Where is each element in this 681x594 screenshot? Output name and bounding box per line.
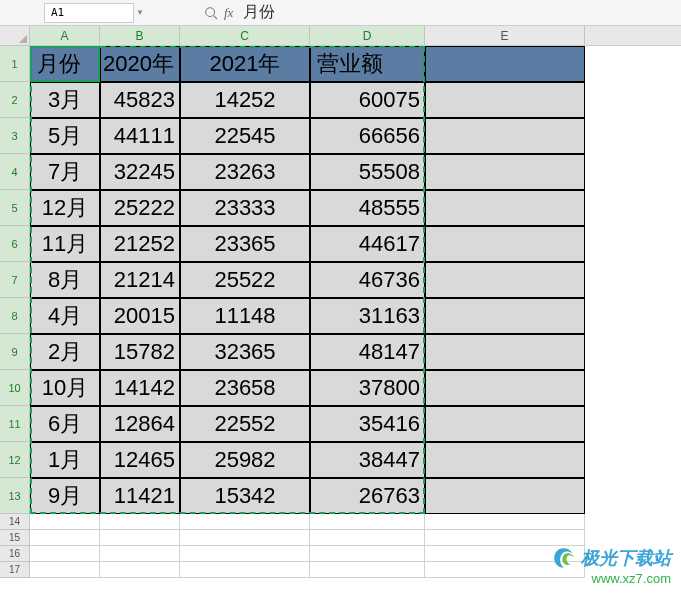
cell-empty[interactable] xyxy=(310,530,425,546)
cell-2021[interactable]: 22552 xyxy=(180,406,310,442)
cell-empty[interactable] xyxy=(30,530,100,546)
cell-revenue[interactable]: 48555 xyxy=(310,190,425,226)
cell-month[interactable]: 5月 xyxy=(30,118,100,154)
column-header-E[interactable]: E xyxy=(425,26,585,45)
cell-revenue[interactable]: 44617 xyxy=(310,226,425,262)
cell-2021[interactable]: 11148 xyxy=(180,298,310,334)
cell-2020[interactable]: 12864 xyxy=(100,406,180,442)
cell-revenue[interactable]: 26763 xyxy=(310,478,425,514)
cell-2021[interactable]: 15342 xyxy=(180,478,310,514)
cell-empty[interactable] xyxy=(310,514,425,530)
cell-revenue[interactable]: 37800 xyxy=(310,370,425,406)
cell-empty[interactable] xyxy=(425,226,585,262)
row-header[interactable]: 10 xyxy=(0,370,30,406)
column-header-B[interactable]: B xyxy=(100,26,180,45)
cell-empty[interactable] xyxy=(100,514,180,530)
cell-empty[interactable] xyxy=(30,514,100,530)
cell-empty[interactable] xyxy=(425,298,585,334)
cell-2021[interactable]: 32365 xyxy=(180,334,310,370)
row-header[interactable]: 7 xyxy=(0,262,30,298)
cell-empty[interactable] xyxy=(425,406,585,442)
row-header[interactable]: 13 xyxy=(0,478,30,514)
cell-empty[interactable] xyxy=(425,190,585,226)
cell-month[interactable]: 12月 xyxy=(30,190,100,226)
cell-empty[interactable] xyxy=(425,118,585,154)
cell-month[interactable]: 6月 xyxy=(30,406,100,442)
cell-month[interactable]: 10月 xyxy=(30,370,100,406)
cell-empty[interactable] xyxy=(100,562,180,578)
cell-empty[interactable] xyxy=(310,546,425,562)
cell-month[interactable]: 3月 xyxy=(30,82,100,118)
cell-empty[interactable] xyxy=(425,46,585,82)
cell-revenue[interactable]: 38447 xyxy=(310,442,425,478)
header-2021[interactable]: 2021年 xyxy=(180,46,310,82)
row-header[interactable]: 14 xyxy=(0,514,30,530)
cell-month[interactable]: 7月 xyxy=(30,154,100,190)
cell-empty[interactable] xyxy=(30,546,100,562)
cell-2020[interactable]: 45823 xyxy=(100,82,180,118)
cell-2021[interactable]: 25982 xyxy=(180,442,310,478)
row-header[interactable]: 2 xyxy=(0,82,30,118)
cell-empty[interactable] xyxy=(425,334,585,370)
column-header-C[interactable]: C xyxy=(180,26,310,45)
cell-2020[interactable]: 15782 xyxy=(100,334,180,370)
cell-2021[interactable]: 22545 xyxy=(180,118,310,154)
cell-2020[interactable]: 20015 xyxy=(100,298,180,334)
cell-empty[interactable] xyxy=(425,370,585,406)
cell-2021[interactable]: 23263 xyxy=(180,154,310,190)
select-all-corner[interactable] xyxy=(0,26,30,46)
cell-2020[interactable]: 14142 xyxy=(100,370,180,406)
cell-empty[interactable] xyxy=(180,514,310,530)
cell-2020[interactable]: 12465 xyxy=(100,442,180,478)
cell-month[interactable]: 1月 xyxy=(30,442,100,478)
cell-reference-box[interactable]: A1 xyxy=(44,3,134,23)
cell-revenue[interactable]: 48147 xyxy=(310,334,425,370)
cell-empty[interactable] xyxy=(425,514,585,530)
cell-empty[interactable] xyxy=(180,530,310,546)
cell-2020[interactable]: 44111 xyxy=(100,118,180,154)
row-header[interactable]: 4 xyxy=(0,154,30,190)
cell-2021[interactable]: 23333 xyxy=(180,190,310,226)
row-header[interactable]: 17 xyxy=(0,562,30,578)
cell-month[interactable]: 11月 xyxy=(30,226,100,262)
cell-empty[interactable] xyxy=(180,562,310,578)
cell-empty[interactable] xyxy=(425,82,585,118)
cell-revenue[interactable]: 31163 xyxy=(310,298,425,334)
column-header-D[interactable]: D xyxy=(310,26,425,45)
cell-2020[interactable]: 21214 xyxy=(100,262,180,298)
row-header[interactable]: 8 xyxy=(0,298,30,334)
cell-empty[interactable] xyxy=(425,530,585,546)
row-header[interactable]: 12 xyxy=(0,442,30,478)
cell-month[interactable]: 8月 xyxy=(30,262,100,298)
row-header-1[interactable]: 1 xyxy=(0,46,30,82)
cell-2020[interactable]: 32245 xyxy=(100,154,180,190)
cell-2020[interactable]: 21252 xyxy=(100,226,180,262)
cell-2021[interactable]: 23658 xyxy=(180,370,310,406)
cell-month[interactable]: 9月 xyxy=(30,478,100,514)
cell-empty[interactable] xyxy=(30,562,100,578)
cell-2020[interactable]: 11421 xyxy=(100,478,180,514)
cell-empty[interactable] xyxy=(425,478,585,514)
cell-2021[interactable]: 23365 xyxy=(180,226,310,262)
cell-revenue[interactable]: 66656 xyxy=(310,118,425,154)
cell-revenue[interactable]: 46736 xyxy=(310,262,425,298)
chevron-down-icon[interactable]: ▼ xyxy=(136,8,144,17)
cell-revenue[interactable]: 35416 xyxy=(310,406,425,442)
cell-empty[interactable] xyxy=(310,562,425,578)
row-header[interactable]: 15 xyxy=(0,530,30,546)
cell-revenue[interactable]: 60075 xyxy=(310,82,425,118)
cell-2021[interactable]: 14252 xyxy=(180,82,310,118)
header-2020[interactable]: 2020年 xyxy=(100,46,180,82)
cell-empty[interactable] xyxy=(100,546,180,562)
cell-empty[interactable] xyxy=(425,442,585,478)
cell-2021[interactable]: 25522 xyxy=(180,262,310,298)
fx-icon[interactable]: fx xyxy=(224,5,233,21)
cell-empty[interactable] xyxy=(180,546,310,562)
row-header[interactable]: 16 xyxy=(0,546,30,562)
cell-empty[interactable] xyxy=(100,530,180,546)
cell-empty[interactable] xyxy=(425,154,585,190)
cell-month[interactable]: 4月 xyxy=(30,298,100,334)
cell-revenue[interactable]: 55508 xyxy=(310,154,425,190)
cell-month[interactable]: 2月 xyxy=(30,334,100,370)
search-icon[interactable] xyxy=(204,6,218,20)
